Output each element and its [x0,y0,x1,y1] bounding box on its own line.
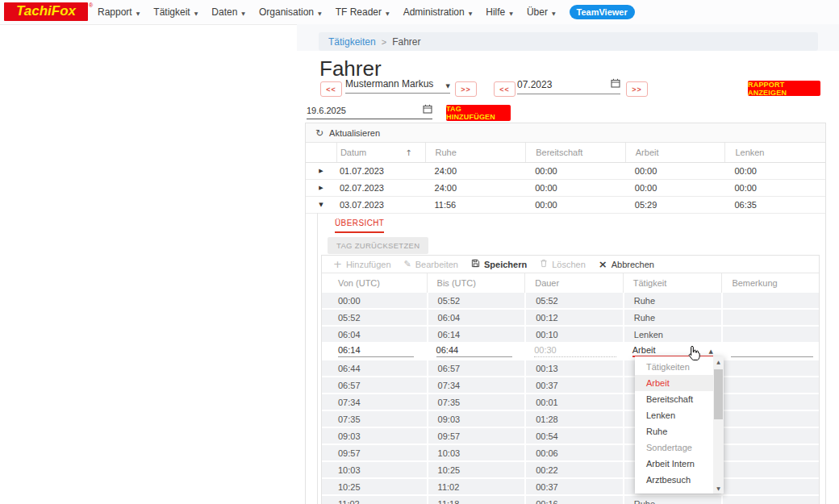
activity-row[interactable]: 10:2511:0200:37 [322,479,819,496]
column-header-dauer[interactable]: Dauer [524,273,623,293]
sort-ascending-icon: ↑ [405,148,411,157]
von-input[interactable]: 06:14 [338,345,414,357]
cell-bereitschaft: 00:00 [525,162,625,179]
teamviewer-button[interactable]: TeamViewer [570,5,635,19]
tab-uebersicht[interactable]: ÜBERSICHT [335,219,384,233]
menu-item-label: Organisation [259,6,314,18]
activity-row[interactable]: 06:4406:5700:13 [322,360,819,377]
cell-von-edit: 06:14 [322,344,427,359]
cell-dauer-edit: 00:30 [524,344,623,359]
driver-prev-button[interactable]: << [320,81,342,97]
column-header-ruhe[interactable]: Ruhe [425,143,526,162]
scroll-up-icon[interactable]: ▲ [713,356,724,367]
column-header-t-tigkeit[interactable]: Tätigkeit [623,273,722,293]
refresh-label: Aktualisieren [329,128,380,138]
tag-hinzufuegen-button[interactable]: TAG HINZUFÜGEN [446,105,511,121]
cell-dauer: 00:37 [524,479,623,494]
cell-dauer: 05:52 [524,293,623,308]
dropdown-option-arztbesuch[interactable]: Arztbesuch [635,472,724,488]
rapport-anzeigen-button[interactable]: RAPPORT ANZEIGEN [748,81,820,96]
scroll-down-icon[interactable]: ▼ [713,483,724,494]
cell-bis: 11:18 [427,496,525,504]
column-header-arbeit[interactable]: Arbeit [625,143,725,162]
breadcrumb-section-link[interactable]: Tätigkeiten [328,36,376,48]
column-header-bis-utc-[interactable]: Bis (UTC) [427,273,525,293]
cell-bemerkung [721,479,819,494]
row-expander[interactable]: ▶ [306,162,336,179]
menu-item-organisation[interactable]: Organisation▼ [259,6,322,18]
driver-select[interactable]: Mustermann Markus ▼ [345,78,450,94]
activity-row[interactable]: 11:0211:1800:16Ruhe [322,496,819,504]
activity-row[interactable]: 10:0310:2500:22 [322,462,819,479]
table-row[interactable]: ▶01.07.202324:0000:0000:0000:00 [306,162,825,180]
activity-row[interactable]: 09:5710:0300:06 [322,445,819,462]
driver-next-button[interactable]: >> [455,81,477,97]
column-header-lenken[interactable]: Lenken [724,143,825,162]
activity-row[interactable]: 00:0005:5205:52Ruhe [322,293,819,310]
speichern-label: Speichern [484,260,527,269]
cell-dauer: 00:13 [524,360,623,376]
activity-row[interactable]: 07:3407:3500:01 [322,394,819,411]
menu-item-daten[interactable]: Daten▼ [211,6,245,18]
column-header-bereitschaft[interactable]: Bereitschaft [525,143,625,162]
menu-item-administration[interactable]: Administration▼ [403,6,473,18]
breadcrumb: Tätigkeiten > Fahrer [319,32,818,51]
add-day-date-input[interactable]: 19.6.2025 [307,104,432,119]
hinzufuegen-button[interactable]: + Hinzufügen [333,259,391,269]
menu-item-label: Über [527,6,548,18]
dropdown-option-lenken[interactable]: Lenken [635,407,724,423]
month-date-input[interactable]: 07.2023 [517,78,620,94]
activity-row[interactable]: 06:5707:3400:37 [322,377,819,394]
dropdown-option-bereitschaft[interactable]: Bereitschaft [635,391,724,407]
tag-zuruecksetzen-button[interactable]: TAG ZURÜCKSETZEN [328,237,428,254]
bemerkung-input[interactable] [731,345,813,357]
cell-dauer: 00:16 [524,496,623,504]
cell-ruhe: 11:56 [425,196,526,213]
tachifox-logo[interactable]: TachiFox [4,2,88,21]
taetigkeit-select[interactable]: Arbeit▲ [632,345,713,357]
cell-bis: 09:03 [427,411,525,427]
cell-bemerkung [721,310,819,325]
activity-row-editing[interactable]: 06:1406:4400:30Arbeit▲ [322,344,819,360]
cell-arbeit: 00:00 [625,179,725,196]
activity-row[interactable]: 09:0309:5700:54 [322,428,819,445]
abbrechen-button[interactable]: × Abbrechen [599,259,654,269]
scrollbar-thumb[interactable] [714,369,723,419]
month-next-button[interactable]: >> [626,81,648,97]
cell-von: 06:04 [322,327,427,342]
activity-row[interactable]: 07:3509:0301:28 [322,411,819,428]
menu-item-tätigkeit[interactable]: Tätigkeit▼ [153,6,198,18]
table-row[interactable]: ▼03.07.202311:5600:0005:2906:35 [306,196,825,214]
cell-taetigkeit: Ruhe [623,293,722,308]
dropdown-scrollbar[interactable]: ▲ ▼ [713,356,724,494]
menu-item-tf-reader[interactable]: TF Reader▼ [336,6,390,18]
cell-von: 06:44 [322,360,427,376]
menu-item-über[interactable]: Über▼ [527,6,556,18]
registered-mark: ® [89,2,93,8]
cell-bemerkung [721,445,819,460]
activity-row[interactable]: 06:0406:1400:10Lenken [322,327,819,344]
bearbeiten-button[interactable]: ✎ Bearbeiten [404,259,458,269]
dropdown-option-arbeit-intern[interactable]: Arbeit Intern [635,456,724,472]
bis-input[interactable]: 06:44 [436,345,512,357]
collapse-row-icon: ▼ [319,202,323,208]
month-prev-button[interactable]: << [494,81,516,97]
column-header-von-utc-[interactable]: Von (UTC) [322,273,427,293]
refresh-button[interactable]: ↻ Aktualisieren [306,123,825,143]
speichern-button[interactable]: Speichern [471,259,527,269]
column-header-datum[interactable]: Datum↑ [336,143,425,162]
table-row[interactable]: ▶02.07.202324:0000:0000:0000:00 [306,179,825,197]
row-expander[interactable]: ▶ [306,179,336,196]
taetigkeit-select-value: Arbeit [632,345,656,355]
chevron-down-icon: ▼ [241,10,245,16]
cell-bemerkung [721,377,819,393]
row-expander[interactable]: ▼ [306,196,336,213]
activity-row[interactable]: 05:5206:0400:12Ruhe [322,310,819,327]
menu-item-hilfe[interactable]: Hilfe▼ [486,6,513,18]
menu-item-rapport[interactable]: Rapport▼ [98,6,140,18]
dropdown-option-arbeit[interactable]: Arbeit [635,375,724,391]
loeschen-button[interactable]: Löschen [540,259,586,269]
activities-grid: + Hinzufügen ✎ Bearbeiten Speichern Lösc… [321,255,820,504]
column-header-bemerkung[interactable]: Bemerkung [721,273,819,293]
dropdown-option-ruhe[interactable]: Ruhe [635,423,724,439]
